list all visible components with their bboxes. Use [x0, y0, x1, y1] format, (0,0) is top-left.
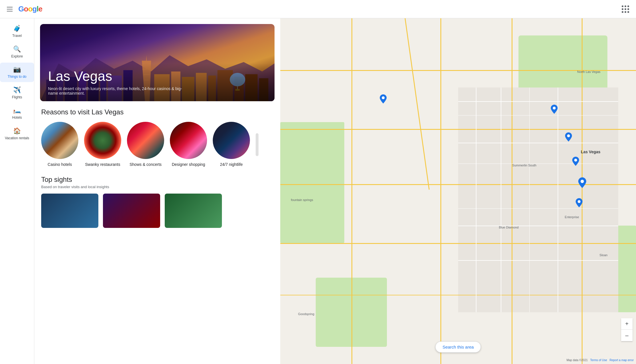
- svg-point-30: [581, 180, 584, 183]
- svg-point-27: [553, 107, 556, 110]
- map-label-north-las-vegas: North Las Vegas: [577, 70, 600, 73]
- search-area-button[interactable]: Search this area: [435, 341, 481, 353]
- hero-title: Las Vegas: [48, 69, 267, 84]
- camera-icon: 📷: [13, 65, 21, 73]
- sight-card-2[interactable]: [103, 194, 160, 228]
- map-label-blue-diamond: Blue Diamond: [499, 226, 518, 229]
- swanky-restaurants-image: [84, 122, 121, 159]
- road-v2: [440, 18, 441, 364]
- flights-icon: ✈️: [13, 86, 21, 94]
- reasons-title: Reasons to visit Las Vegas: [41, 108, 273, 116]
- map-background: North Las Vegas Las Vegas Summerlin Sout…: [280, 18, 636, 364]
- top-sights-subtitle: Based on traveler visits and local insig…: [41, 185, 273, 189]
- sidebar-item-flights[interactable]: ✈️ Flights: [0, 83, 34, 103]
- map-pin-3[interactable]: [565, 132, 572, 142]
- map-pin-1[interactable]: [380, 94, 387, 104]
- map-label-sloan: Sloan: [599, 253, 607, 257]
- casino-hotels-label: Casino hotels: [48, 162, 72, 168]
- svg-point-28: [567, 134, 570, 137]
- sidebar-item-label: Explore: [11, 54, 23, 59]
- map-pin-5-selected[interactable]: [578, 177, 586, 188]
- shows-concerts-label: Shows & concerts: [130, 162, 162, 168]
- terms-of-use-link[interactable]: Terms of Use: [590, 359, 607, 362]
- thin-road-h7: [458, 260, 618, 261]
- map-controls: + –: [621, 318, 633, 341]
- content-area: Las Vegas Neon-lit desert city with luxu…: [34, 18, 280, 364]
- hero-subtitle: Neon-lit desert city with luxury resorts…: [48, 86, 191, 96]
- city-overlay: [458, 87, 618, 312]
- thin-road-h3: [458, 143, 618, 143]
- diagonal-road: [405, 18, 430, 190]
- sidebar-item-label: Hotels: [12, 116, 22, 120]
- thin-road-v4: [558, 87, 558, 312]
- map-green-area-2: [280, 122, 344, 243]
- map-area[interactable]: North Las Vegas Las Vegas Summerlin Sout…: [280, 18, 636, 364]
- sidebar-item-things-to-do[interactable]: 📷 Things to do: [0, 63, 34, 82]
- reasons-section: Reasons to visit Las Vegas Casino hotels…: [34, 101, 280, 168]
- hotels-icon: 🛏️: [13, 106, 21, 114]
- scroll-indicator: [256, 133, 259, 156]
- travel-icon: 🧳: [13, 25, 21, 33]
- sidebar: 🧳 Travel 🔍 Explore 📷 Things to do ✈️ Fli…: [0, 18, 34, 364]
- svg-marker-13: [146, 55, 147, 61]
- thin-road-h1: [458, 101, 618, 102]
- designer-shopping-image: [170, 122, 207, 159]
- thin-road-h6: [458, 226, 618, 226]
- sidebar-item-label: Vacation rentals: [5, 136, 29, 141]
- map-pin-6[interactable]: [576, 198, 583, 207]
- zoom-in-button[interactable]: +: [621, 318, 633, 330]
- map-copyright: Map data ©2021: [567, 359, 588, 362]
- menu-button[interactable]: [5, 5, 15, 14]
- top-sights-row: [41, 194, 273, 228]
- main-layout: 🧳 Travel 🔍 Explore 📷 Things to do ✈️ Fli…: [0, 18, 636, 364]
- report-map-error-link[interactable]: Report a map error: [610, 359, 634, 362]
- sidebar-item-label: Things to do: [7, 75, 26, 79]
- sidebar-item-label: Flights: [12, 95, 22, 100]
- thin-road-v2: [501, 87, 501, 312]
- sight-card-1[interactable]: [41, 194, 98, 228]
- vacation-icon: 🏠: [13, 127, 21, 135]
- thin-road-h2: [458, 115, 618, 116]
- svg-point-31: [578, 200, 581, 203]
- casino-hotels-image: [41, 122, 78, 159]
- shows-concerts-image: [127, 122, 164, 159]
- header: Google: [0, 0, 636, 18]
- map-label-goodsprings: Goodspring: [298, 312, 314, 316]
- reason-card-nightlife[interactable]: 24/7 nightlife: [213, 122, 250, 168]
- top-sights-section: Top sights Based on traveler visits and …: [34, 168, 280, 228]
- zoom-out-button[interactable]: –: [621, 330, 633, 341]
- map-footer: Map data ©2021 Terms of Use Report a map…: [567, 359, 634, 362]
- sidebar-item-vacation-rentals[interactable]: 🏠 Vacation rentals: [0, 124, 34, 144]
- designer-shopping-label: Designer shopping: [172, 162, 205, 168]
- top-sights-title: Top sights: [41, 176, 273, 184]
- swanky-restaurants-label: Swanky restaurants: [85, 162, 120, 168]
- nightlife-label: 24/7 nightlife: [220, 162, 243, 168]
- google-logo: Google: [18, 5, 42, 13]
- svg-point-26: [382, 96, 385, 99]
- sidebar-item-explore[interactable]: 🔍 Explore: [0, 42, 34, 62]
- thin-road-v1: [476, 87, 476, 312]
- sight-card-3[interactable]: [165, 194, 222, 228]
- sidebar-item-hotels[interactable]: 🛏️ Hotels: [0, 104, 34, 123]
- apps-button[interactable]: [619, 3, 631, 15]
- explore-icon: 🔍: [13, 45, 21, 53]
- reasons-row: Casino hotels Swanky restaurants Shows &…: [41, 122, 273, 168]
- reason-card-shows-concerts[interactable]: Shows & concerts: [127, 122, 164, 168]
- sidebar-item-label: Travel: [12, 34, 22, 38]
- map-label-fountain-springs: fountain springs: [291, 198, 313, 202]
- map-pin-4[interactable]: [572, 157, 579, 166]
- nightlife-image: [213, 122, 250, 159]
- reason-card-designer-shopping[interactable]: Designer shopping: [170, 122, 207, 168]
- hero-overlay: Las Vegas Neon-lit desert city with luxu…: [40, 63, 275, 101]
- road-v1: [351, 18, 352, 364]
- map-label-enterprise: Enterprise: [565, 215, 579, 219]
- svg-point-29: [574, 159, 577, 162]
- map-pin-2[interactable]: [551, 105, 558, 114]
- map-label-las-vegas: Las Vegas: [581, 150, 601, 154]
- map-label-summerlin: Summerlin South: [512, 164, 536, 167]
- reason-card-casino-hotels[interactable]: Casino hotels: [41, 122, 78, 168]
- hero-image: Las Vegas Neon-lit desert city with luxu…: [40, 24, 275, 101]
- sidebar-item-travel[interactable]: 🧳 Travel: [0, 22, 34, 41]
- reason-card-swanky-restaurants[interactable]: Swanky restaurants: [84, 122, 121, 168]
